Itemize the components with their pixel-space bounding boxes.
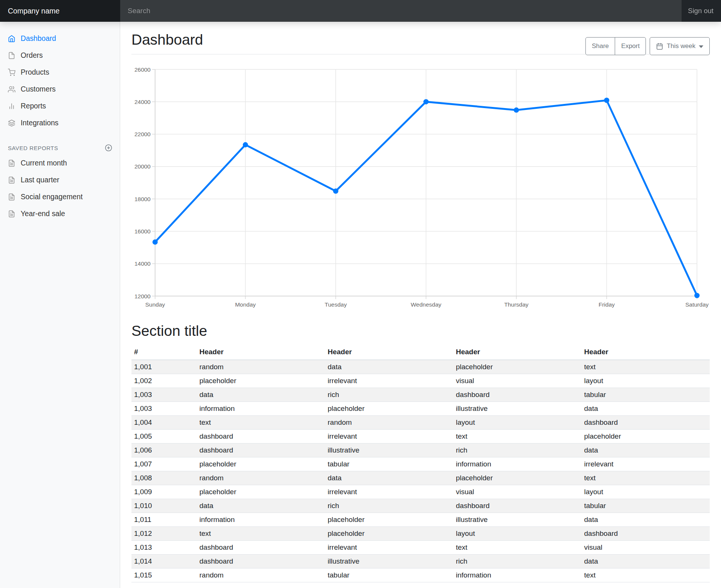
table-row: 1,005dashboardirrelevanttextplaceholder bbox=[131, 429, 710, 443]
data-cell: placeholder bbox=[325, 513, 454, 526]
data-cell: data bbox=[197, 499, 325, 513]
section-title: Section title bbox=[131, 322, 710, 340]
data-cell: random bbox=[325, 415, 454, 429]
data-cell: placeholder bbox=[197, 457, 325, 471]
table-row: 1,010datarichdashboardtabular bbox=[131, 499, 710, 513]
data-cell: text bbox=[453, 429, 582, 443]
toolbar: Share Export This week bbox=[585, 37, 710, 55]
data-cell: placeholder bbox=[325, 402, 454, 415]
chart-point bbox=[152, 239, 158, 245]
data-cell: dashboard bbox=[197, 429, 325, 443]
saved-reports-nav: Current month Last quarter Social engage… bbox=[0, 155, 120, 222]
sidebar-item-label: Orders bbox=[21, 51, 43, 60]
chevron-down-icon bbox=[699, 45, 703, 48]
data-cell: data bbox=[197, 388, 325, 402]
y-tick-label: 14000 bbox=[134, 260, 151, 267]
chart-point bbox=[333, 188, 338, 194]
column-header: Header bbox=[582, 344, 710, 360]
table-row: 1,003datarichdashboardtabular bbox=[131, 388, 710, 402]
layers-icon bbox=[8, 119, 15, 127]
sidebar-item-social-engagement[interactable]: Social engagement bbox=[0, 188, 120, 205]
y-tick-label: 24000 bbox=[134, 99, 151, 105]
row-id-cell: 1,012 bbox=[131, 526, 197, 540]
data-cell: dashboard bbox=[197, 554, 325, 568]
data-cell: irrelevant bbox=[325, 540, 454, 554]
bar-chart-icon bbox=[8, 102, 15, 110]
sidebar-item-customers[interactable]: Customers bbox=[0, 81, 120, 98]
share-button[interactable]: Share bbox=[585, 37, 615, 55]
data-cell: information bbox=[197, 402, 325, 415]
data-cell: text bbox=[453, 540, 582, 554]
sidebar-item-current-month[interactable]: Current month bbox=[0, 155, 120, 171]
sidebar-item-integrations[interactable]: Integrations bbox=[0, 114, 120, 131]
row-id-cell: 1,009 bbox=[131, 485, 197, 499]
sidebar-item-label: Customers bbox=[21, 85, 56, 93]
row-id-cell: 1,003 bbox=[131, 388, 197, 402]
column-header: Header bbox=[197, 344, 325, 360]
data-cell: tabular bbox=[325, 457, 454, 471]
y-tick-label: 12000 bbox=[134, 293, 151, 299]
sidebar-item-label: Last quarter bbox=[21, 176, 59, 184]
sidebar-item-reports[interactable]: Reports bbox=[0, 98, 120, 114]
file-text-icon bbox=[8, 210, 15, 218]
users-icon bbox=[8, 86, 15, 93]
sidebar-item-dashboard[interactable]: Dashboard bbox=[0, 30, 120, 47]
chart-point bbox=[604, 98, 609, 103]
saved-reports-label: Saved reports bbox=[8, 145, 58, 151]
home-icon bbox=[8, 35, 15, 42]
data-cell: data bbox=[325, 471, 454, 485]
file-text-icon bbox=[8, 176, 15, 184]
data-cell: text bbox=[582, 360, 710, 374]
data-cell: visual bbox=[453, 374, 582, 388]
export-button[interactable]: Export bbox=[615, 37, 646, 55]
data-cell: irrelevant bbox=[582, 457, 710, 471]
sidebar-item-label: Dashboard bbox=[21, 35, 56, 43]
y-tick-label: 16000 bbox=[134, 228, 151, 235]
period-dropdown-button[interactable]: This week bbox=[650, 37, 710, 55]
data-cell: layout bbox=[582, 485, 710, 499]
period-label: This week bbox=[667, 42, 695, 50]
row-id-cell: 1,003 bbox=[131, 402, 197, 415]
data-cell: illustrative bbox=[453, 513, 582, 526]
sidebar-item-products[interactable]: Products bbox=[0, 64, 120, 81]
add-report-button[interactable] bbox=[105, 144, 112, 152]
row-id-cell: 1,001 bbox=[131, 360, 197, 374]
data-cell: irrelevant bbox=[325, 485, 454, 499]
data-cell: placeholder bbox=[582, 429, 710, 443]
sidebar-item-last-quarter[interactable]: Last quarter bbox=[0, 171, 120, 188]
brand-link[interactable]: Company name bbox=[0, 0, 120, 22]
data-cell: layout bbox=[453, 415, 582, 429]
row-id-cell: 1,005 bbox=[131, 429, 197, 443]
file-icon bbox=[8, 52, 15, 59]
data-cell: dashboard bbox=[197, 443, 325, 457]
table-row: 1,015randomtabularinformationtext bbox=[131, 568, 710, 582]
data-cell: text bbox=[197, 415, 325, 429]
data-cell: dashboard bbox=[582, 526, 710, 540]
shopping-cart-icon bbox=[8, 69, 15, 76]
table-row: 1,008randomdataplaceholdertext bbox=[131, 471, 710, 485]
table-row: 1,002placeholderirrelevantvisuallayout bbox=[131, 374, 710, 388]
data-cell: placeholder bbox=[325, 526, 454, 540]
search-input[interactable] bbox=[120, 0, 682, 22]
calendar-icon bbox=[656, 43, 663, 50]
data-cell: irrelevant bbox=[325, 374, 454, 388]
row-id-cell: 1,014 bbox=[131, 554, 197, 568]
sidebar-item-label: Integrations bbox=[21, 119, 59, 127]
y-tick-label: 22000 bbox=[134, 131, 151, 137]
sidebar: Dashboard Orders Products Customers Repo… bbox=[0, 22, 120, 588]
share-export-group: Share Export bbox=[585, 37, 646, 55]
table-row: 1,013dashboardirrelevanttextvisual bbox=[131, 540, 710, 554]
data-cell: data bbox=[582, 402, 710, 415]
row-id-cell: 1,013 bbox=[131, 540, 197, 554]
data-cell: illustrative bbox=[325, 554, 454, 568]
data-cell: placeholder bbox=[197, 374, 325, 388]
chart-point bbox=[243, 142, 248, 147]
table-row: 1,014dashboardillustrativerichdata bbox=[131, 554, 710, 568]
sidebar-item-orders[interactable]: Orders bbox=[0, 47, 120, 64]
row-id-cell: 1,008 bbox=[131, 471, 197, 485]
data-cell: data bbox=[582, 554, 710, 568]
line-chart: 1200014000160001800020000220002400026000… bbox=[131, 64, 709, 309]
chart-point bbox=[424, 99, 429, 104]
sidebar-item-year-end-sale[interactable]: Year-end sale bbox=[0, 205, 120, 222]
sign-out-link[interactable]: Sign out bbox=[682, 0, 721, 22]
